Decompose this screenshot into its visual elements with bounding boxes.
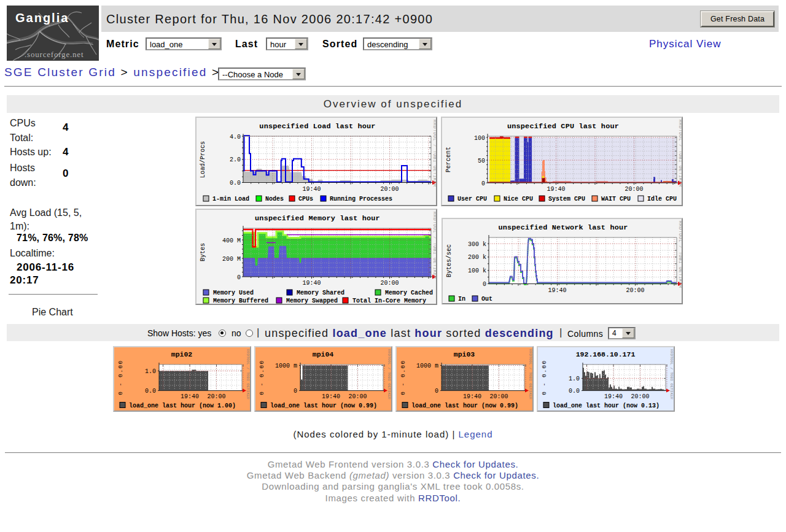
svg-text:unspecified Load last hour: unspecified Load last hour xyxy=(259,122,375,131)
svg-text:20:00: 20:00 xyxy=(348,393,367,400)
svg-text:19:40: 19:40 xyxy=(322,393,340,400)
svg-text:0: 0 xyxy=(294,388,297,395)
svg-text:200 M: 200 M xyxy=(222,256,241,263)
svg-text:100 k: 100 k xyxy=(468,268,486,274)
svg-text:unspecified Network last hour: unspecified Network last hour xyxy=(498,223,628,232)
svg-text:100: 100 xyxy=(474,135,485,142)
svg-text:Memory Cached: Memory Cached xyxy=(385,290,433,296)
svg-text:200 k: 200 k xyxy=(468,254,486,261)
svg-text:19:40: 19:40 xyxy=(302,186,321,193)
svg-text:Percent: Percent xyxy=(445,147,452,172)
svg-text:19:40: 19:40 xyxy=(548,287,566,294)
svg-text:0: 0 xyxy=(435,388,438,395)
svg-text:1.0: 1.0 xyxy=(569,376,580,382)
svg-text:Idle CPU: Idle CPU xyxy=(647,196,677,202)
svg-text:User CPU: User CPU xyxy=(457,196,487,202)
svg-text:2.0: 2.0 xyxy=(230,156,241,163)
svg-text:Bytes/sec: Bytes/sec xyxy=(446,244,453,277)
svg-text:0 - 0.00: 0 - 0.00 xyxy=(400,360,407,395)
svg-text:20:00: 20:00 xyxy=(626,287,644,294)
svg-text:mpi03: mpi03 xyxy=(454,350,475,358)
svg-text:Memory Swapped: Memory Swapped xyxy=(286,298,338,304)
svg-text:20:00: 20:00 xyxy=(489,393,508,400)
svg-text:WAIT CPU: WAIT CPU xyxy=(601,196,631,202)
svg-text:0: 0 xyxy=(237,274,241,281)
svg-text:RRDTOOL / TOBI OETIKER: RRDTOOL / TOBI OETIKER xyxy=(432,120,436,187)
svg-text:Load/Procs: Load/Procs xyxy=(200,141,206,178)
svg-text:RRDTOOL / TOBI OETIKER: RRDTOOL / TOBI OETIKER xyxy=(678,221,682,288)
svg-text:RRDTOOL / TOBI OETIKER: RRDTOOL / TOBI OETIKER xyxy=(387,349,391,399)
svg-text:20:00: 20:00 xyxy=(631,393,649,400)
svg-text:1-min Load: 1-min Load xyxy=(212,196,249,202)
svg-text:load_one last hour (now 0.13): load_one last hour (now 0.13) xyxy=(553,403,660,409)
svg-text:Memory Shared: Memory Shared xyxy=(297,290,344,296)
svg-text:20:00: 20:00 xyxy=(625,186,643,193)
svg-text:RRDTOOL / TOBI OETIKER: RRDTOOL / TOBI OETIKER xyxy=(432,212,436,279)
svg-text:20:00: 20:00 xyxy=(380,280,399,287)
svg-text:In: In xyxy=(458,296,465,303)
svg-text:19:40: 19:40 xyxy=(302,280,321,287)
svg-text:0 - 0.00: 0 - 0.00 xyxy=(117,360,124,395)
svg-text:1000 m: 1000 m xyxy=(275,363,297,369)
svg-text:CPUs: CPUs xyxy=(298,196,313,202)
svg-text:1.0: 1.0 xyxy=(145,368,156,375)
svg-text:RRDTOOL / TOBI OETIKER: RRDTOOL / TOBI OETIKER xyxy=(528,349,532,399)
svg-text:unspecified Memory last hour: unspecified Memory last hour xyxy=(255,214,380,223)
svg-text:0.0: 0.0 xyxy=(569,388,580,395)
svg-text:Out: Out xyxy=(481,296,492,303)
svg-text:Running Processes: Running Processes xyxy=(330,196,392,202)
svg-text:unspecified CPU last hour: unspecified CPU last hour xyxy=(507,122,619,131)
svg-text:Nice CPU: Nice CPU xyxy=(504,196,533,202)
svg-text:0: 0 xyxy=(481,180,485,187)
svg-text:0.0: 0.0 xyxy=(145,388,156,395)
svg-text:load_one last hour (now 1.00): load_one last hour (now 1.00) xyxy=(129,403,236,409)
svg-text:Nodes: Nodes xyxy=(265,196,284,202)
svg-text:20:00: 20:00 xyxy=(207,393,225,400)
svg-text:mpi04: mpi04 xyxy=(313,350,334,358)
svg-text:400 M: 400 M xyxy=(222,237,241,244)
svg-text:RRDTOOL / TOBI OETIKER: RRDTOOL / TOBI OETIKER xyxy=(678,120,682,187)
svg-text:0: 0 xyxy=(483,281,486,288)
svg-text:0 - 0.00: 0 - 0.00 xyxy=(259,360,265,395)
svg-text:19:40: 19:40 xyxy=(181,393,199,400)
svg-text:load_one last hour (now 0.99): load_one last hour (now 0.99) xyxy=(270,403,377,409)
svg-text:0.0: 0.0 xyxy=(230,180,241,187)
svg-text:19:40: 19:40 xyxy=(463,393,481,400)
svg-text:RRDTOOL / TOBI OETIKER: RRDTOOL / TOBI OETIKER xyxy=(246,349,250,399)
svg-text:RRDTOOL / TOBI OETIKER: RRDTOOL / TOBI OETIKER xyxy=(669,349,674,399)
svg-text:Memory Buffered: Memory Buffered xyxy=(213,298,268,304)
svg-text:19:40: 19:40 xyxy=(547,186,565,193)
svg-text:Bytes: Bytes xyxy=(200,243,206,261)
svg-text:1000 m: 1000 m xyxy=(416,363,438,369)
svg-text:Total In-Core Memory: Total In-Core Memory xyxy=(352,298,426,304)
svg-text:50: 50 xyxy=(478,158,485,164)
svg-text:19:40: 19:40 xyxy=(604,393,623,400)
svg-text:Memory Used: Memory Used xyxy=(213,290,254,296)
svg-text:20:00: 20:00 xyxy=(380,186,399,193)
svg-text:System CPU: System CPU xyxy=(548,196,585,202)
svg-text:192.168.10.171: 192.168.10.171 xyxy=(576,350,636,358)
svg-text:4.0: 4.0 xyxy=(230,134,241,141)
svg-text:0 - 0.00: 0 - 0.00 xyxy=(541,360,548,395)
svg-text:load_one last hour (now 0.99): load_one last hour (now 0.99) xyxy=(411,403,518,409)
svg-text:mpi02: mpi02 xyxy=(171,350,193,358)
svg-text:300 k: 300 k xyxy=(468,241,486,248)
